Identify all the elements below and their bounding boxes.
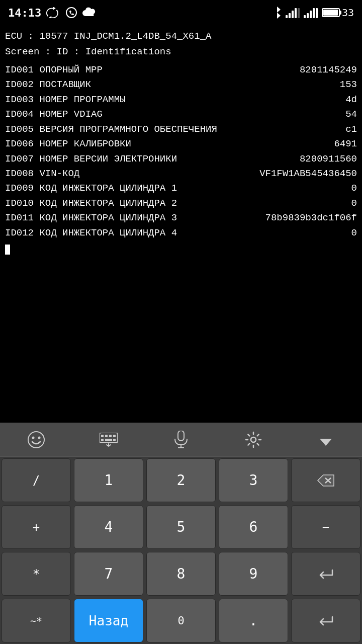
row-label: ID004 НОМЕР VDIAG	[5, 107, 103, 122]
key-4[interactable]: 4	[74, 505, 143, 549]
svg-marker-26	[320, 439, 332, 446]
row-label: ID001 ОПОРНЫЙ МРР	[5, 63, 103, 77]
battery-container: 33	[322, 7, 354, 19]
key-zero[interactable]: 0	[146, 599, 216, 642]
screen-line: Screen : ID : Identifications	[5, 46, 171, 57]
row-value: 153	[330, 77, 357, 92]
signal1-icon	[286, 7, 300, 18]
svg-rect-8	[310, 11, 312, 18]
svg-point-0	[66, 8, 76, 18]
row-value: 0	[341, 196, 357, 211]
time-display: 14:13	[8, 7, 41, 19]
table-row: ID010 КОД ИНЖЕКТОРА ЦИЛИНДРА 20	[5, 196, 357, 211]
row-value: 4d	[335, 93, 357, 107]
svg-rect-9	[313, 8, 315, 18]
table-row: ID003 НОМЕР ПРОГРАММЫ4d	[5, 93, 357, 107]
battery-icon	[322, 8, 340, 17]
key-2[interactable]: 2	[146, 458, 216, 502]
key-8[interactable]: 8	[146, 552, 216, 596]
key-minus[interactable]: −	[291, 505, 360, 549]
screen-header: Screen : ID : Identifications	[5, 45, 357, 59]
row-value: VF1FW1AB545436450	[249, 167, 357, 181]
keyboard-keys: / 1 2 3 + 4 5 6 − * 7 8 9	[0, 457, 362, 644]
svg-rect-22	[178, 431, 184, 441]
viber-icon	[65, 7, 77, 19]
key-asterisk[interactable]: *	[2, 552, 71, 596]
row-value: 8201145249	[290, 63, 357, 77]
svg-point-25	[251, 437, 256, 442]
key-tilde-star[interactable]: ~*	[2, 599, 71, 642]
key-7[interactable]: 7	[74, 552, 143, 596]
row-label: ID007 НОМЕР ВЕРСИИ ЭЛЕКТРОНИКИ	[5, 152, 177, 167]
row-value: 78b9839b3dc1f06f	[255, 211, 357, 225]
row-value: 8200911560	[290, 152, 357, 167]
row-label: ID005 ВЕРСИЯ ПРОГРАММНОГО ОБЕСПЕЧЕНИЯ	[5, 122, 217, 137]
keyboard-area[interactable]: / 1 2 3 + 4 5 6 − * 7 8 9	[0, 423, 362, 644]
keyboard-toolbar	[0, 423, 362, 457]
svg-rect-16	[105, 435, 108, 437]
key-newline[interactable]	[291, 552, 360, 596]
key-dot[interactable]: .	[219, 599, 288, 642]
microphone-button[interactable]	[161, 427, 201, 453]
key-back[interactable]: Назад	[74, 599, 143, 642]
svg-rect-6	[304, 15, 306, 18]
svg-rect-3	[292, 11, 294, 18]
svg-rect-21	[113, 439, 116, 441]
svg-rect-4	[295, 8, 297, 18]
table-row: ID004 НОМЕР VDIAG54	[5, 107, 357, 122]
key-plus[interactable]: +	[2, 505, 71, 549]
table-row: ID006 НОМЕР КАЛИБРОВКИ6491	[5, 137, 357, 151]
key-row-2: + 4 5 6 −	[0, 504, 362, 550]
svg-rect-5	[298, 8, 300, 18]
svg-rect-20	[105, 439, 112, 441]
key-9[interactable]: 9	[219, 552, 288, 596]
ecu-header: ECU : 10577 INJ_DCM1.2_L4DB_54_X61_A	[5, 29, 357, 44]
data-rows: ID001 ОПОРНЫЙ МРР8201145249ID002 ПОСТАВЩ…	[5, 63, 357, 240]
table-row: ID007 НОМЕР ВЕРСИИ ЭЛЕКТРОНИКИ8200911560	[5, 152, 357, 167]
svg-rect-1	[286, 15, 288, 18]
hide-keyboard-button[interactable]	[306, 427, 346, 453]
row-label: ID012 КОД ИНЖЕКТОРА ЦИЛИНДРА 4	[5, 226, 177, 240]
key-3[interactable]: 3	[219, 458, 288, 502]
table-row: ID009 КОД ИНЖЕКТОРА ЦИЛИНДРА 10	[5, 181, 357, 196]
table-row: ID001 ОПОРНЫЙ МРР8201145249	[5, 63, 357, 77]
key-slash[interactable]: /	[2, 458, 71, 502]
svg-point-11	[28, 432, 44, 448]
svg-rect-15	[101, 435, 104, 437]
svg-rect-10	[316, 8, 318, 18]
main-content: ECU : 10577 INJ_DCM1.2_L4DB_54_X61_A Scr…	[0, 25, 362, 423]
keyboard-switch-button[interactable]	[88, 427, 129, 453]
row-label: ID008 VIN-КОД	[5, 167, 79, 181]
table-row: ID011 КОД ИНЖЕКТОРА ЦИЛИНДРА 378b9839b3d…	[5, 211, 357, 225]
row-label: ID006 НОМЕР КАЛИБРОВКИ	[5, 137, 131, 151]
row-label: ID009 КОД ИНЖЕКТОРА ЦИЛИНДРА 1	[5, 181, 177, 196]
key-6[interactable]: 6	[219, 505, 288, 549]
svg-rect-18	[113, 435, 116, 437]
row-label: ID011 КОД ИНЖЕКТОРА ЦИЛИНДРА 3	[5, 211, 177, 225]
key-5[interactable]: 5	[146, 505, 216, 549]
key-row-3: * 7 8 9	[0, 550, 362, 597]
bluetooth-icon	[273, 6, 282, 19]
row-label: ID003 НОМЕР ПРОГРАММЫ	[5, 93, 125, 107]
row-value: 54	[335, 107, 357, 122]
table-row: ID002 ПОСТАВЩИК153	[5, 77, 357, 92]
svg-rect-2	[289, 13, 291, 18]
svg-point-12	[32, 436, 35, 439]
row-value: 0	[341, 181, 357, 196]
svg-rect-7	[307, 13, 309, 18]
table-row: ID012 КОД ИНЖЕКТОРА ЦИЛИНДРА 40	[5, 226, 357, 240]
key-row-1: / 1 2 3	[0, 457, 362, 504]
signal2-icon	[304, 7, 318, 18]
emoji-button[interactable]	[16, 427, 56, 453]
key-enter[interactable]	[291, 599, 360, 642]
key-row-4: ~* Назад 0 .	[0, 597, 362, 644]
cloud-icon	[82, 7, 97, 18]
cursor-line	[5, 243, 357, 257]
key-backspace[interactable]	[291, 458, 360, 502]
key-1[interactable]: 1	[74, 458, 143, 502]
svg-rect-19	[101, 439, 104, 441]
row-value: 0	[341, 226, 357, 240]
table-row: ID008 VIN-КОДVF1FW1AB545436450	[5, 167, 357, 181]
text-cursor	[5, 245, 10, 255]
settings-button[interactable]	[233, 427, 274, 453]
